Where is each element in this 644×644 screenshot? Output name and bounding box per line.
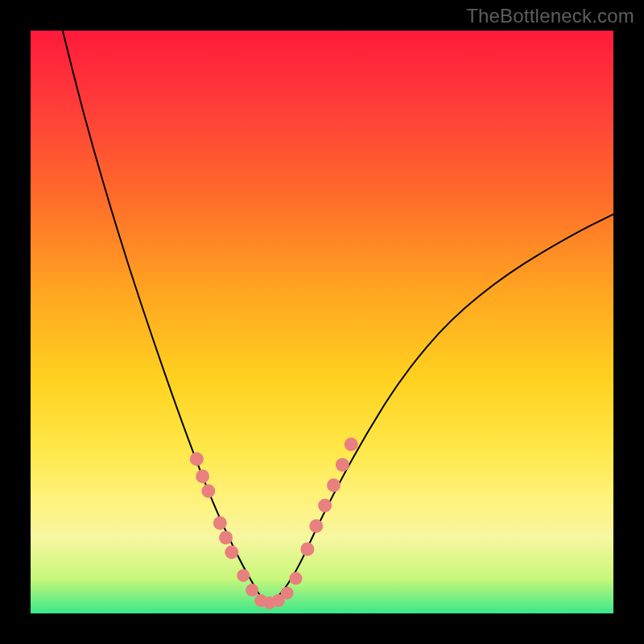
plot-area [31, 31, 613, 613]
curve-path [63, 31, 613, 602]
marker-layer [190, 438, 358, 609]
chart-svg [31, 31, 613, 613]
marker-dot [289, 572, 302, 585]
chart-frame: TheBottleneck.com [0, 0, 644, 644]
marker-dot [318, 499, 332, 513]
marker-dot [219, 530, 233, 544]
watermark-text: TheBottleneck.com [466, 5, 634, 27]
marker-dot [327, 478, 341, 492]
marker-dot [246, 584, 258, 597]
marker-dot [345, 438, 358, 452]
marker-dot [225, 545, 238, 559]
marker-dot [281, 587, 294, 600]
marker-dot [196, 469, 209, 483]
marker-dot [336, 458, 349, 472]
marker-dot [300, 543, 314, 556]
marker-dot [190, 452, 204, 466]
marker-dot [309, 519, 323, 533]
marker-dot [201, 484, 215, 497]
marker-dot [237, 569, 250, 582]
marker-dot [213, 516, 227, 530]
